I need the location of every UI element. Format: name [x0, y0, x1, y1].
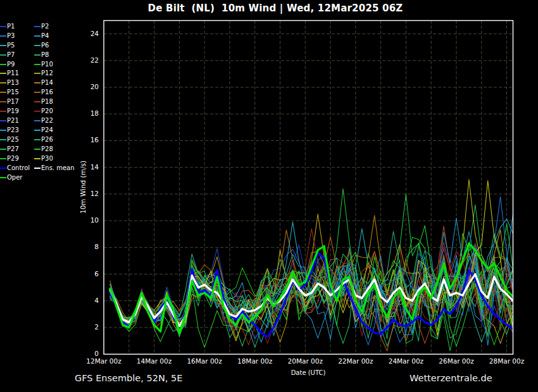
legend-label: P8	[41, 51, 49, 59]
legend-swatch	[0, 120, 6, 121]
legend-label: P17	[7, 97, 19, 106]
y-tick-label: 18	[78, 109, 99, 117]
legend-swatch	[0, 45, 6, 46]
legend-label: P5	[7, 41, 15, 50]
legend-label: P30	[41, 154, 53, 163]
legend-label: P2	[41, 22, 49, 31]
legend-label: P27	[7, 145, 19, 154]
legend-swatch	[34, 54, 41, 56]
legend-label: P6	[41, 41, 49, 50]
legend-label: P1	[7, 22, 15, 31]
legend-item-P7: P7	[0, 51, 15, 59]
legend-item-P23: P23	[0, 126, 19, 135]
legend-label: P22	[41, 116, 53, 125]
legend-swatch	[0, 139, 6, 140]
legend-item-P6: P6	[34, 41, 49, 50]
legend-item-P20: P20	[34, 107, 53, 116]
legend-item-Ens-mean: Ens. mean	[34, 164, 75, 173]
legend-swatch	[0, 26, 6, 27]
legend-swatch	[34, 158, 41, 159]
legend-item-P28: P28	[34, 145, 53, 154]
legend-item-P9: P9	[0, 60, 15, 69]
legend-label: P7	[7, 51, 15, 59]
legend-swatch	[0, 35, 6, 37]
legend-item-Control: Control	[0, 164, 30, 173]
legend-item-P4: P4	[34, 32, 49, 40]
x-tick-label: 28Mar 00z	[475, 357, 538, 365]
legend-label: P25	[7, 135, 19, 144]
legend-item-P10: P10	[34, 60, 53, 69]
legend-item-P21: P21	[0, 116, 19, 125]
legend-swatch	[0, 101, 6, 102]
legend-swatch	[34, 139, 41, 140]
legend-item-P8: P8	[34, 51, 49, 59]
legend-label: P13	[7, 78, 19, 87]
legend-item-P12: P12	[34, 69, 53, 78]
y-tick-label: 6	[78, 270, 99, 278]
legend-swatch	[34, 149, 41, 150]
legend-label: P26	[41, 135, 53, 144]
legend-label: P28	[41, 145, 53, 154]
legend-item-P18: P18	[34, 97, 53, 106]
legend-swatch	[0, 92, 6, 93]
y-tick-label: 20	[78, 83, 99, 90]
legend-swatch	[0, 158, 6, 159]
legend-swatch	[34, 82, 41, 83]
y-tick-label: 0	[78, 350, 99, 357]
legend-swatch	[0, 149, 6, 150]
legend-label: P9	[7, 60, 15, 69]
legend-swatch	[0, 64, 6, 65]
legend-item-P29: P29	[0, 154, 19, 163]
legend-item-P15: P15	[0, 88, 19, 97]
legend-swatch	[34, 26, 41, 27]
legend-label: P23	[7, 126, 19, 135]
legend-item-P16: P16	[34, 88, 53, 97]
y-tick-label: 8	[78, 243, 99, 250]
y-tick-label: 2	[78, 323, 99, 331]
footer-model-info: GFS Ensemble, 52N, 5E	[75, 373, 182, 383]
legend-swatch	[0, 168, 6, 169]
legend-item-P30: P30	[34, 154, 53, 163]
legend-label: P4	[41, 32, 49, 40]
legend-swatch	[34, 111, 41, 112]
legend-swatch	[34, 64, 41, 65]
legend-item-P1: P1	[0, 22, 15, 31]
series-group	[110, 180, 513, 351]
y-tick-label: 12	[78, 190, 99, 197]
legend-item-P13: P13	[0, 78, 19, 87]
legend-swatch	[34, 120, 41, 121]
legend-item-P3: P3	[0, 32, 15, 40]
legend-item-P2: P2	[34, 22, 49, 31]
legend-label: P10	[41, 60, 53, 69]
legend-swatch	[34, 35, 41, 37]
legend-swatch	[0, 177, 6, 178]
y-tick-label: 16	[78, 136, 99, 144]
legend-label: P16	[41, 88, 53, 97]
legend-label: P29	[7, 154, 19, 163]
legend-label: P14	[41, 78, 53, 87]
legend-swatch	[0, 130, 6, 131]
legend-label: P11	[7, 69, 19, 78]
legend-item-P11: P11	[0, 69, 19, 78]
y-tick-label: 24	[78, 30, 99, 37]
legend-item-P17: P17	[0, 97, 19, 106]
legend-label: P24	[41, 126, 53, 135]
chart-page: {"title":"De Bilt (NL) 10m Wind | Wed, 1…	[0, 0, 538, 392]
legend-swatch	[0, 73, 6, 74]
y-tick-label: 14	[78, 163, 99, 171]
legend-item-P27: P27	[0, 145, 19, 154]
legend-label: P12	[41, 69, 53, 78]
legend-label: P19	[7, 107, 19, 116]
legend-label: Oper	[7, 173, 22, 182]
legend-swatch	[34, 92, 41, 93]
legend-label: Ens. mean	[41, 164, 75, 173]
legend-swatch	[34, 130, 41, 131]
series-line-P25	[110, 231, 513, 348]
legend-label: Control	[7, 164, 30, 173]
legend-label: P20	[41, 107, 53, 116]
y-tick-label: 10	[78, 216, 99, 224]
legend-item-P26: P26	[34, 135, 53, 144]
legend-item-P25: P25	[0, 135, 19, 144]
legend-label: P3	[7, 32, 15, 40]
legend-item-P22: P22	[34, 116, 53, 125]
